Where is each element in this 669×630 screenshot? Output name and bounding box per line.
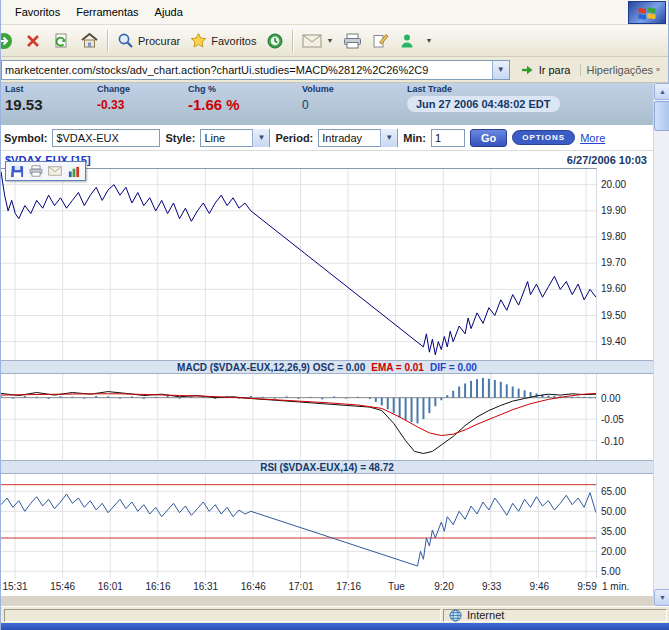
- x-axis-tick: 16:01: [90, 581, 130, 592]
- y-axis-tick: 20.00: [601, 179, 626, 190]
- chart-header: $VDAX-EUX [15] 6/27/2006 10:03: [1, 151, 653, 168]
- menu-favoritos[interactable]: Favoritos: [7, 2, 68, 22]
- search-button[interactable]: Procurar: [112, 29, 185, 52]
- price-chart: [1, 168, 597, 360]
- rsi-label: RSI ($VDAX-EUX,14) = 48.72: [260, 462, 394, 473]
- scrollbar-thumb[interactable]: [654, 101, 669, 131]
- x-axis-tick: 9:33: [472, 581, 512, 592]
- mail-chart-button[interactable]: [48, 166, 62, 176]
- y-axis-tick: -0.10: [601, 436, 624, 447]
- go-to-button[interactable]: Ir para: [514, 61, 577, 79]
- print-icon: [29, 165, 43, 177]
- macd-ema-label: EMA = 0.01: [371, 362, 424, 373]
- print-icon: [343, 33, 362, 49]
- stop-button[interactable]: [19, 29, 47, 53]
- home-button[interactable]: [75, 29, 104, 52]
- quote-col-chg-pct: Chg %: [188, 84, 216, 94]
- address-dropdown-button[interactable]: ▼: [492, 61, 509, 79]
- period-select[interactable]: Intraday ▼: [318, 129, 398, 147]
- quote-volume-value: 0: [302, 98, 309, 112]
- quote-last-trade-value: Jun 27 2006 04:48:02 EDT: [407, 96, 560, 112]
- chevron-right-icon: »: [656, 66, 660, 73]
- mail-dropdown-caret: ▼: [326, 37, 333, 44]
- messenger-icon: [399, 33, 415, 49]
- quote-col-change: Change: [97, 84, 130, 94]
- address-input[interactable]: marketcenter.com/stocks/adv_chart.action…: [1, 60, 510, 80]
- menu-bar: Favoritos Ferramentas Ajuda: [1, 0, 668, 25]
- chart-mini-toolbar: [5, 161, 86, 181]
- macd-label-bar: MACD ($VDAX-EUX,12,26,9) OSC = 0.00 EMA …: [1, 360, 653, 374]
- min-input[interactable]: [431, 129, 465, 147]
- mail-icon: [302, 34, 322, 48]
- mail-icon: [48, 166, 62, 176]
- more-link[interactable]: More: [580, 132, 605, 144]
- y-axis-tick: 5.00: [601, 566, 620, 577]
- print-button[interactable]: [338, 30, 367, 52]
- toolbar-separator: [107, 30, 109, 52]
- style-label: Style:: [165, 132, 195, 144]
- y-axis-tick: 19.70: [601, 257, 626, 268]
- browser-window: Favoritos Ferramentas Ajuda Pro: [0, 0, 669, 630]
- edit-button[interactable]: [367, 29, 394, 52]
- bar-chart-icon: [67, 165, 80, 178]
- quote-col-last: Last: [5, 84, 24, 94]
- menu-ajuda[interactable]: Ajuda: [147, 2, 191, 22]
- vertical-scrollbar[interactable]: ▲ ▼: [653, 83, 669, 606]
- x-axis-tick: 9:59: [567, 581, 607, 592]
- min-label: Min:: [403, 132, 426, 144]
- macd-chart: [1, 374, 597, 460]
- mail-button[interactable]: ▼: [297, 31, 338, 51]
- y-axis-tick: 50.00: [601, 506, 626, 517]
- x-axis-tick: 15:31: [1, 581, 35, 592]
- favorites-button-label: Favoritos: [211, 35, 256, 47]
- status-message-panel: [4, 609, 441, 622]
- save-button[interactable]: [11, 165, 24, 178]
- x-axis-tick: Tue: [376, 581, 416, 592]
- symbol-label: Symbol:: [4, 132, 47, 144]
- y-axis-tick: 19.60: [601, 283, 626, 294]
- rsi-y-axis: 65.0050.0035.0020.005.00: [598, 474, 653, 578]
- zone-label: Internet: [467, 609, 504, 621]
- security-zone-panel: Internet: [443, 609, 667, 622]
- style-select-value: Line: [201, 132, 252, 144]
- symbol-input[interactable]: [52, 129, 160, 147]
- toolbar-overflow-button[interactable]: ▼: [420, 34, 437, 47]
- price-y-axis: 20.0019.9019.8019.7019.6019.5019.40: [598, 168, 653, 360]
- quote-col-lasttrade: Last Trade: [407, 84, 452, 94]
- style-select[interactable]: Line ▼: [200, 129, 270, 147]
- rsi-label-bar: RSI ($VDAX-EUX,14) = 48.72: [1, 460, 653, 474]
- status-bar: Internet: [1, 606, 669, 623]
- windows-flag-icon: [637, 5, 657, 21]
- period-select-arrow[interactable]: ▼: [380, 129, 397, 147]
- stop-icon: [24, 32, 42, 50]
- scrollbar-down-button[interactable]: ▼: [654, 589, 669, 606]
- refresh-button[interactable]: [47, 29, 75, 53]
- search-button-label: Procurar: [138, 35, 180, 47]
- edit-icon: [372, 32, 389, 49]
- options-button[interactable]: OPTIONS: [512, 130, 575, 145]
- address-url[interactable]: marketcenter.com/stocks/adv_chart.action…: [2, 64, 492, 76]
- export-chart-button[interactable]: [67, 165, 80, 178]
- style-select-arrow[interactable]: ▼: [252, 129, 269, 147]
- page-content: Last Change Chg % Volume Last Trade 19.5…: [1, 83, 669, 606]
- quote-change-value: -0.33: [97, 98, 124, 112]
- y-axis-tick: -0.05: [601, 414, 624, 425]
- chevron-down-icon: ▼: [425, 37, 432, 44]
- forward-button[interactable]: [1, 28, 19, 54]
- quote-col-volume: Volume: [302, 84, 334, 94]
- windows-logo: [628, 1, 666, 24]
- favorites-star-icon: [190, 32, 207, 49]
- favorites-button[interactable]: Favoritos: [185, 29, 261, 52]
- print-chart-button[interactable]: [29, 165, 43, 177]
- scrollbar-up-button[interactable]: ▲: [654, 83, 669, 100]
- links-toolbar[interactable]: Hiperligações »: [580, 64, 665, 76]
- links-label: Hiperligações: [586, 64, 653, 76]
- y-axis-tick: 20.00: [601, 546, 626, 557]
- menu-ferramentas[interactable]: Ferramentas: [68, 2, 146, 22]
- y-axis-tick: 19.80: [601, 231, 626, 242]
- history-button[interactable]: [261, 29, 289, 53]
- x-axis-tick: 9:46: [519, 581, 559, 592]
- messenger-button[interactable]: [394, 30, 420, 52]
- go-button[interactable]: Go: [470, 129, 507, 147]
- address-bar: marketcenter.com/stocks/adv_chart.action…: [1, 57, 668, 83]
